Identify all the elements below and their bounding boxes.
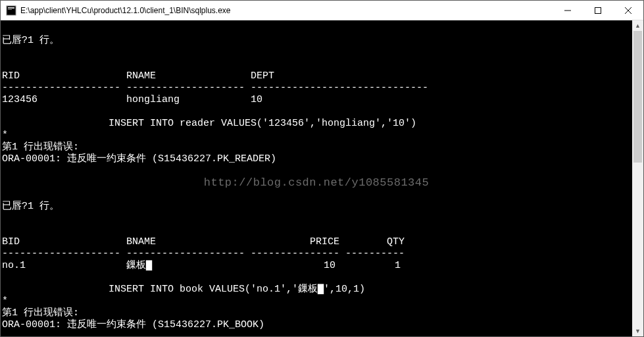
svg-rect-1 bbox=[8, 7, 14, 9]
vertical-scrollbar[interactable]: ▲ ▼ bbox=[632, 20, 643, 336]
svg-rect-4 bbox=[595, 7, 601, 13]
titlebar[interactable]: E:\app\client\YHLCu\product\12.1.0\clien… bbox=[1, 1, 643, 20]
console-text: 已唇?1 行。 RID RNAME DEPT -----------------… bbox=[2, 35, 428, 330]
window-title: E:\app\client\YHLCu\product\12.1.0\clien… bbox=[20, 6, 553, 15]
console-area: 已唇?1 行。 RID RNAME DEPT -----------------… bbox=[1, 20, 643, 336]
maximize-button[interactable] bbox=[583, 1, 613, 20]
window-controls bbox=[553, 1, 643, 20]
scroll-thumb[interactable] bbox=[633, 31, 642, 163]
svg-rect-2 bbox=[8, 9, 12, 10]
close-button[interactable] bbox=[613, 1, 643, 20]
scroll-down-arrow[interactable]: ▼ bbox=[632, 326, 643, 336]
console-output[interactable]: 已唇?1 行。 RID RNAME DEPT -----------------… bbox=[1, 20, 632, 336]
app-icon bbox=[6, 5, 16, 16]
minimize-button[interactable] bbox=[553, 1, 583, 20]
watermark-text: http://blog.csdn.net/y1085581345 bbox=[1, 177, 632, 189]
app-window: E:\app\client\YHLCu\product\12.1.0\clien… bbox=[0, 0, 644, 337]
scroll-up-arrow[interactable]: ▲ bbox=[632, 20, 643, 31]
